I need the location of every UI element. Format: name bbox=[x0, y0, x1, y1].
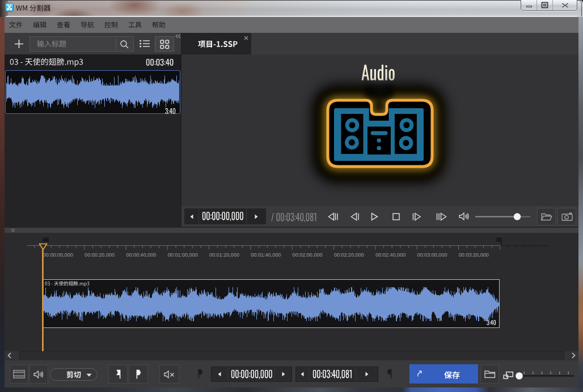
svg-text:00:00:00,000: 00:00:00,000 bbox=[43, 252, 73, 258]
svg-text:00:02:40,000: 00:02:40,000 bbox=[375, 252, 405, 258]
svg-text:00:01:00,000: 00:01:00,000 bbox=[168, 252, 198, 258]
svg-text:00:01:40,000: 00:01:40,000 bbox=[251, 252, 281, 258]
svg-text:00:02:20,000: 00:02:20,000 bbox=[334, 252, 364, 258]
svg-text:00:01:20,000: 00:01:20,000 bbox=[209, 252, 239, 258]
svg-text:00:00:40,000: 00:00:40,000 bbox=[126, 252, 156, 258]
svg-text:00:03:00,000: 00:03:00,000 bbox=[417, 252, 447, 258]
svg-text:00:03:20,000: 00:03:20,000 bbox=[459, 252, 489, 258]
svg-text:00:00:20,000: 00:00:20,000 bbox=[85, 252, 115, 258]
svg-text:00:02:00,000: 00:02:00,000 bbox=[293, 252, 323, 258]
